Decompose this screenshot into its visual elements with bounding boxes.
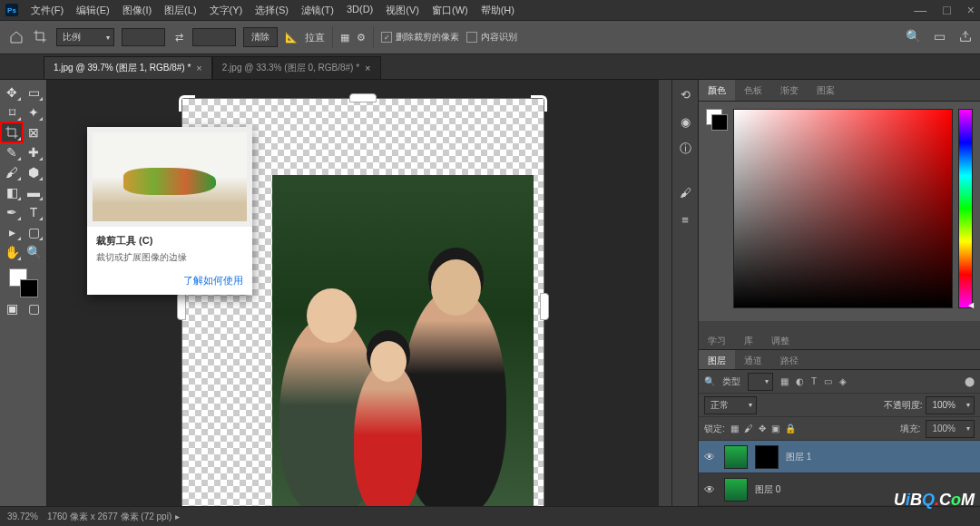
width-input[interactable] (122, 28, 165, 46)
crop-handle-right[interactable] (540, 293, 549, 320)
filter-adjust-icon[interactable]: ◐ (796, 376, 804, 386)
layer-item[interactable]: 👁 图层 1 (699, 441, 980, 473)
color-swatch[interactable] (9, 268, 38, 297)
menu-file[interactable]: 文件(F) (25, 1, 69, 20)
maximize-button[interactable]: □ (943, 3, 950, 17)
hand-tool[interactable]: ✋ (2, 243, 22, 261)
type-tool[interactable]: T (24, 203, 44, 221)
quick-mask-icon[interactable]: ▣ (2, 299, 22, 317)
crop-handle-top[interactable] (349, 93, 377, 102)
filter-toggle-icon[interactable]: ⬤ (965, 376, 975, 386)
tab-adjustments[interactable]: 调整 (762, 330, 799, 349)
fill-input[interactable]: 100% (926, 420, 975, 438)
lasso-tool[interactable]: ⌑ (2, 103, 22, 122)
delete-cropped-checkbox[interactable]: ✓删除裁剪的像素 (381, 31, 459, 44)
menu-image[interactable]: 图像(I) (117, 1, 157, 20)
tab-swatches[interactable]: 色板 (735, 80, 771, 101)
content-aware-checkbox[interactable]: 内容识别 (466, 31, 517, 44)
document-tab-2[interactable]: 2.jpg @ 33.3% (图层 0, RGB/8#) *× (212, 56, 381, 79)
tab-patterns[interactable]: 图案 (808, 80, 844, 101)
home-icon[interactable] (7, 29, 25, 45)
layer-name[interactable]: 图层 0 (755, 483, 780, 496)
brushes-icon[interactable]: ≡ (676, 210, 694, 229)
tab-channels[interactable]: 通道 (735, 350, 771, 369)
lock-paint-icon[interactable]: 🖌 (744, 424, 753, 433)
brush-settings-icon[interactable]: 🖌 (676, 183, 694, 201)
menu-layer[interactable]: 图层(L) (159, 1, 201, 20)
filter-type-icon[interactable]: T (811, 376, 817, 386)
close-tab-icon[interactable]: × (365, 63, 370, 73)
visibility-icon[interactable]: 👁 (704, 451, 717, 463)
layer-thumbnail[interactable] (724, 478, 748, 502)
hue-slider[interactable] (958, 109, 973, 308)
properties-icon[interactable]: ◉ (676, 112, 694, 131)
canvas[interactable]: 裁剪工具 (C) 裁切或扩展图像的边缘 了解如何使用 (47, 80, 659, 506)
crop-handle-tl[interactable] (179, 95, 195, 112)
path-select-tool[interactable]: ▸ (2, 223, 22, 241)
filter-pixel-icon[interactable]: ▦ (780, 376, 789, 386)
tab-paths[interactable]: 路径 (771, 350, 808, 369)
shape-tool[interactable]: ▢ (24, 223, 44, 241)
layer-name[interactable]: 图层 1 (786, 451, 811, 463)
lock-pixels-icon[interactable]: ▦ (730, 424, 739, 433)
info-icon[interactable]: ⓘ (676, 140, 694, 158)
lock-artboard-icon[interactable]: ▣ (771, 424, 779, 433)
document-tab-1[interactable]: 1.jpg @ 39.7% (图层 1, RGB/8#) *× (44, 56, 212, 79)
clone-stamp-tool[interactable]: ⬢ (24, 163, 44, 181)
panel-color-swatch[interactable] (706, 109, 728, 131)
height-input[interactable] (192, 28, 236, 46)
move-tool[interactable]: ✥ (2, 83, 22, 102)
tab-layers[interactable]: 图层 (699, 350, 735, 369)
pen-tool[interactable]: ✒ (2, 203, 22, 221)
tab-libraries[interactable]: 库 (735, 330, 762, 349)
document-dims[interactable]: 1760 像素 x 2677 像素 (72 ppi) (47, 511, 180, 523)
straighten-icon[interactable]: 📐 (285, 32, 298, 44)
opacity-input[interactable]: 100% (926, 396, 975, 414)
gear-icon[interactable]: ⚙ (357, 32, 366, 44)
gradient-tool[interactable]: ▬ (24, 183, 44, 201)
menu-filter[interactable]: 滤镜(T) (296, 1, 339, 20)
menu-edit[interactable]: 编辑(E) (71, 1, 115, 20)
filter-shape-icon[interactable]: ▭ (824, 376, 832, 386)
swap-icon[interactable]: ⇄ (172, 31, 185, 44)
share-icon[interactable] (958, 29, 973, 46)
quick-select-tool[interactable]: ✦ (24, 103, 44, 122)
menu-view[interactable]: 视图(V) (380, 1, 425, 20)
eraser-tool[interactable]: ◧ (2, 183, 22, 201)
healing-tool[interactable]: ✚ (24, 143, 44, 161)
canvas-scrollbar[interactable] (659, 80, 671, 506)
menu-select[interactable]: 选择(S) (250, 1, 294, 20)
screen-mode-icon[interactable]: ▢ (24, 299, 44, 317)
color-field[interactable] (733, 109, 953, 308)
layer-thumbnail[interactable] (724, 445, 748, 469)
search-icon[interactable]: 🔍 (906, 29, 921, 46)
lock-position-icon[interactable]: ✥ (759, 424, 766, 433)
blend-mode-dropdown[interactable]: 正常 (704, 396, 757, 414)
crop-handle-left[interactable] (177, 293, 186, 320)
tab-color[interactable]: 颜色 (699, 80, 735, 101)
crop-tool[interactable] (2, 123, 22, 141)
clear-button[interactable]: 清除 (243, 27, 278, 47)
menu-window[interactable]: 窗口(W) (426, 1, 474, 20)
zoom-tool[interactable]: 🔍 (24, 243, 44, 261)
eyedropper-tool[interactable]: ✎ (2, 143, 22, 161)
close-tab-icon[interactable]: × (196, 63, 201, 73)
minimize-button[interactable]: — (914, 3, 926, 17)
crop-handle-tr[interactable] (531, 95, 547, 112)
tab-learn[interactable]: 学习 (699, 330, 735, 349)
layer-filter-dropdown[interactable] (748, 373, 773, 391)
filter-smart-icon[interactable]: ◈ (839, 376, 847, 386)
menu-type[interactable]: 文字(Y) (204, 1, 249, 20)
grid-overlay-icon[interactable]: ▦ (340, 32, 349, 44)
ratio-dropdown[interactable]: 比例 (56, 28, 114, 46)
menu-3d[interactable]: 3D(D) (341, 1, 378, 20)
workspace-icon[interactable]: ▭ (934, 29, 946, 46)
menu-help[interactable]: 帮助(H) (475, 1, 520, 20)
lock-all-icon[interactable]: 🔒 (785, 424, 796, 433)
history-icon[interactable]: ⟲ (676, 85, 694, 103)
tooltip-learn-link[interactable]: 了解如何使用 (87, 271, 252, 295)
close-button[interactable]: × (967, 3, 975, 17)
tab-gradients[interactable]: 渐变 (771, 80, 808, 101)
marquee-tool[interactable]: ▭ (24, 83, 44, 102)
layer-mask-thumbnail[interactable] (755, 445, 779, 469)
